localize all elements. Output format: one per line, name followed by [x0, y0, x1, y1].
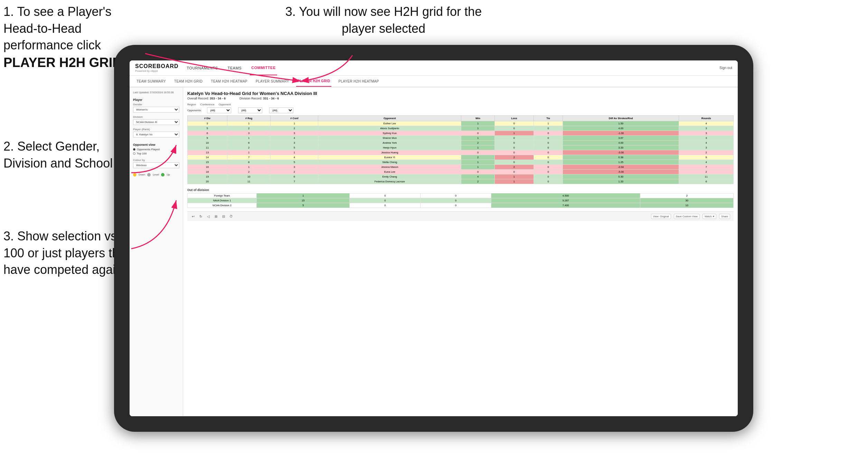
share-btn[interactable]: Share	[719, 214, 730, 219]
cell-opponent: Eunice Yi	[318, 155, 461, 160]
table-row: 5 2 2 Alexis Sudijianto 1 0 0 4.00 3	[188, 126, 734, 131]
table-row: 18 2 2 Euna Lee 0 0 0 -5.00 2	[188, 170, 734, 174]
out-cell-tie: 0	[421, 198, 491, 203]
nav-tournaments[interactable]: TOURNAMENTS	[186, 60, 219, 75]
cell-diff: -3.00	[563, 150, 679, 155]
cell-conf: 6	[271, 174, 318, 179]
copy-icon[interactable]: ⊞	[214, 214, 218, 219]
cell-win: 1	[461, 126, 495, 131]
cell-reg: 1	[227, 150, 271, 155]
filter-opponent: Opponent	[219, 103, 231, 106]
redo-icon[interactable]: ↻	[198, 214, 203, 219]
cell-opponent: Emily Chang	[318, 174, 461, 179]
grid-records: Overall Record: 353 - 34 - 6 Division Re…	[187, 97, 734, 100]
cell-conf: 4	[271, 155, 318, 160]
cell-diff: 4.00	[563, 126, 679, 131]
instr1-text: 1. To see a Player's Head-to-Head perfor…	[3, 4, 111, 52]
cell-loss: 0	[494, 136, 534, 141]
view-original-btn[interactable]: View: Original	[651, 214, 671, 219]
out-cell-win: 15	[257, 198, 350, 203]
player-select[interactable]: 8. Katelyn Vo	[133, 132, 179, 137]
cell-tie: 1	[534, 121, 563, 126]
cell-reg: 1	[227, 165, 271, 170]
cell-rounds: 4	[679, 160, 734, 165]
cell-rounds: 7	[679, 165, 734, 170]
out-cell-name: Foreign Team	[188, 193, 257, 198]
radio-opponents-played[interactable]: Opponents Played	[133, 148, 179, 151]
cell-opponent: Federica Domecq Lacroze	[318, 179, 461, 184]
cell-conf: 7	[271, 179, 318, 184]
cell-div: 19	[188, 174, 227, 179]
cell-diff: 1.33	[563, 179, 679, 184]
overall-record-value: 353 - 34 - 6	[210, 97, 226, 100]
cell-conf: 3	[271, 165, 318, 170]
sub-nav-player-summary[interactable]: PLAYER SUMMARY	[254, 76, 291, 87]
opponent-label: Opponent	[219, 103, 231, 106]
watch-chevron: ▾	[713, 215, 714, 218]
cell-opponent: Esther Lee	[318, 121, 461, 126]
division-select[interactable]: NCAA Division III	[133, 119, 179, 125]
cell-div: 20	[188, 179, 227, 184]
legend-down-dot	[133, 173, 136, 177]
division-record-value: 331 - 34 - 6	[263, 97, 279, 100]
table-body: 3 1 1 Esther Lee 1 0 1 1.50 4 5 2 2 Alex…	[188, 121, 734, 184]
cell-reg: 6	[227, 141, 271, 145]
cell-tie: 0	[534, 126, 563, 131]
col-loss: Loss	[494, 116, 534, 121]
cell-opponent: Sharon Mun	[318, 136, 461, 141]
undo-icon[interactable]: ↩	[191, 214, 196, 219]
h2h-table: # Div # Reg # Conf Opponent Win Loss Tie…	[187, 115, 734, 184]
cell-conf: 1	[271, 150, 318, 155]
cell-diff: 1.25	[563, 160, 679, 165]
sub-nav-team-summary[interactable]: TEAM SUMMARY	[135, 76, 167, 87]
cell-rounds: 3	[679, 126, 734, 131]
sub-nav-player-h2h-grid[interactable]: PLAYER H2H GRID	[296, 76, 332, 87]
gender-select[interactable]: Women's	[133, 107, 179, 113]
out-table-row: Foreign Team 1 0 0 4.500 2	[188, 193, 734, 198]
table-row: 3 1 1 Esther Lee 1 0 1 1.50 4	[188, 121, 734, 126]
sub-nav-team-h2h-grid[interactable]: TEAM H2H GRID	[173, 76, 204, 87]
paste-icon[interactable]: ⊟	[221, 214, 226, 219]
cell-div: 6	[188, 131, 227, 136]
tablet-screen: SCOREBOARD Powered by clippd TOURNAMENTS…	[130, 60, 738, 416]
out-table-row: NCAA Division 2 5 0 0 7.400 10	[188, 203, 734, 208]
sub-nav-player-h2h-heatmap[interactable]: PLAYER H2H HEATMAP	[337, 76, 380, 87]
back-icon[interactable]: ◁	[206, 214, 211, 219]
table-row: 15 8 5 Stella Cheng 1 0 0 1.25 4	[188, 160, 734, 165]
cell-rounds: 3	[679, 136, 734, 141]
radio-top100[interactable]: Top 100	[133, 152, 179, 155]
cell-conf: 2	[271, 126, 318, 131]
table-row: 13 1 1 Jessica Huang 0 0 0 -3.00 2	[188, 150, 734, 155]
out-cell-loss: 0	[350, 198, 421, 203]
out-cell-diff: 7.400	[491, 203, 640, 208]
cell-conf: 5	[271, 160, 318, 165]
cell-opponent: Euna Lee	[318, 170, 461, 174]
opponents-select[interactable]: (All)	[207, 107, 231, 113]
cell-conf: 3	[271, 131, 318, 136]
colour-select[interactable]: Win/loss	[133, 162, 179, 168]
cell-div: 11	[188, 145, 227, 150]
overall-record-label: Overall Record: 353 - 34 - 6	[187, 97, 226, 100]
watch-btn[interactable]: Watch ▾	[702, 214, 716, 219]
radio-dot-top100	[133, 152, 135, 155]
cell-conf: 2	[271, 170, 318, 174]
nav-bar: SCOREBOARD Powered by clippd TOURNAMENTS…	[130, 60, 738, 76]
out-of-division-label: Out of division	[187, 188, 734, 192]
nav-committee[interactable]: COMMITTEE	[250, 60, 277, 75]
conference-select[interactable]: (All)	[238, 107, 262, 113]
cell-win: 1	[461, 160, 495, 165]
cell-loss: 2	[494, 165, 534, 170]
nav-sign-out[interactable]: Sign out	[719, 66, 732, 70]
cell-rounds: 2	[679, 170, 734, 174]
cell-win: 2	[461, 155, 495, 160]
out-cell-diff: 4.500	[491, 193, 640, 198]
sub-nav-team-h2h-heatmap[interactable]: TEAM H2H HEATMAP	[209, 76, 249, 87]
clock-icon[interactable]: ⏱	[229, 214, 234, 219]
cell-loss: 0	[494, 121, 534, 126]
opponent-select[interactable]: (All)	[269, 107, 293, 113]
save-custom-btn[interactable]: Save Custom View	[674, 214, 700, 219]
grid-title: Katelyn Vo Head-to-Head Grid for Women's…	[187, 91, 734, 96]
cell-loss: 0	[494, 160, 534, 165]
nav-teams[interactable]: TEAMS	[226, 60, 243, 75]
out-cell-tie: 0	[421, 203, 491, 208]
